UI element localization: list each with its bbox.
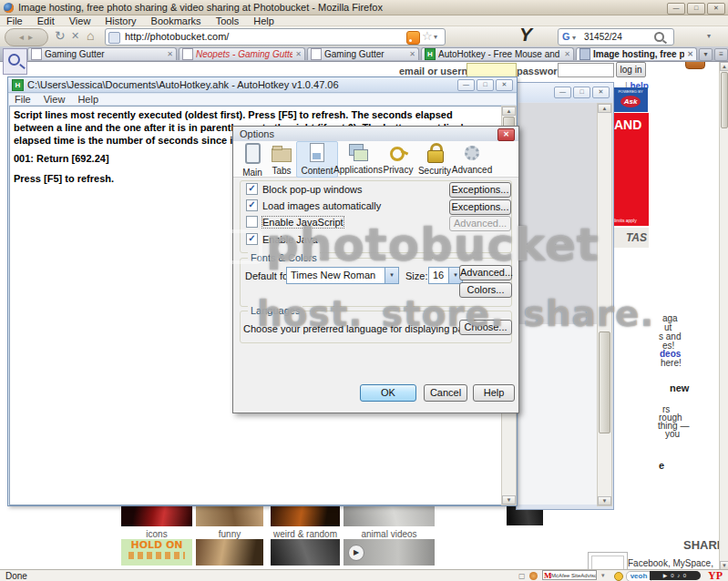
tab-neopets[interactable]: Neopets - Gaming Gutter ✕ (179, 47, 305, 60)
login-button[interactable]: log in (616, 62, 646, 77)
tab-photobucket-active[interactable]: Image hosting, free photo shar... ✕ (576, 47, 697, 60)
bulb-icon[interactable] (614, 572, 623, 581)
colors-button[interactable]: Colors... (459, 282, 512, 298)
google-icon[interactable]: G (562, 31, 570, 42)
category-label[interactable]: animal videos (361, 529, 416, 539)
restore-icon[interactable]: □ (477, 79, 494, 91)
category-label[interactable]: funny (219, 529, 241, 539)
thumbnail-bw[interactable] (271, 539, 340, 566)
globe-icon[interactable] (529, 572, 538, 580)
search-magnifier-icon[interactable] (654, 32, 664, 42)
tab-autohotkey[interactable]: H AutoHotkey - Free Mouse and Ke... ✕ (421, 47, 574, 60)
menu-history[interactable]: History (105, 15, 136, 26)
tab-close-icon[interactable]: ✕ (409, 50, 415, 58)
minimize-icon[interactable]: — (457, 79, 475, 91)
stop-icon[interactable]: ✕ (71, 29, 79, 43)
home-icon[interactable]: ⌂ (87, 29, 94, 43)
minimize-icon[interactable]: — (554, 87, 571, 98)
ok-button[interactable]: OK (360, 384, 416, 402)
options-titlebar[interactable]: Options ✕ (233, 127, 518, 142)
scroll-up-icon[interactable]: ▲ (502, 107, 516, 116)
bookmark-star-icon[interactable]: ☆ (422, 29, 433, 43)
menu-help[interactable]: Help (253, 15, 274, 26)
restore-icon[interactable]: □ (573, 87, 590, 98)
chevron-down-icon[interactable]: ▾ (707, 32, 711, 40)
y-logo-icon[interactable]: Y (519, 24, 532, 46)
cancel-button[interactable]: Cancel (424, 384, 467, 402)
ask-badge[interactable]: POWERED BY Ask (613, 87, 648, 112)
new-tab-icon[interactable]: ▾ (699, 48, 713, 61)
tab-close-icon[interactable]: ✕ (295, 50, 302, 58)
help-button[interactable]: Help (473, 384, 515, 402)
chevron-down-icon[interactable]: ▾ (601, 572, 605, 579)
tab-list-icon[interactable]: ≡ (714, 48, 728, 61)
checkbox-unchecked[interactable] (246, 216, 258, 228)
checkbox-checked[interactable]: ✓ (246, 183, 258, 195)
category-label[interactable]: icons (146, 529, 167, 539)
category-label[interactable]: weird & random (273, 529, 337, 539)
fonts-advanced-button[interactable]: Advanced... (459, 265, 512, 280)
tab-gaming-gutter-2[interactable]: Gaming Gutter ✕ (307, 47, 419, 60)
close-icon[interactable]: ✕ (592, 87, 610, 98)
minimize-icon[interactable]: — (667, 3, 685, 15)
checkbox-label[interactable]: Enable Java (262, 234, 318, 245)
choose-button[interactable]: Choose... (459, 320, 512, 335)
chevron-down-icon[interactable]: ▾ (385, 268, 398, 283)
menu-file[interactable]: File (6, 15, 23, 26)
checkbox-label[interactable]: Enable JavaScript (262, 217, 343, 228)
scroll-down-icon[interactable]: ▼ (502, 495, 516, 505)
chevron-down-icon[interactable]: ▾ (572, 34, 576, 42)
search-box[interactable]: G ▾ 31452/24 (558, 28, 674, 46)
yp-icon[interactable]: YP (708, 569, 723, 581)
search-value[interactable]: 31452/24 (584, 32, 622, 42)
menu-edit[interactable]: Edit (37, 15, 55, 26)
veoh-badge[interactable]: veoh (626, 571, 651, 581)
thumbnail-dog[interactable] (196, 539, 263, 566)
menu-tools[interactable]: Tools (216, 15, 240, 26)
page-scrollbar[interactable]: ▲ ▼ (719, 61, 728, 571)
close-icon[interactable]: ✕ (496, 79, 513, 91)
exceptions-button[interactable]: Exceptions... (449, 182, 511, 198)
exceptions-button[interactable]: Exceptions... (449, 199, 511, 215)
password-input[interactable] (558, 63, 614, 77)
close-icon[interactable]: ✕ (497, 128, 515, 141)
rss-icon[interactable] (406, 31, 420, 45)
tab-close-icon[interactable]: ✕ (167, 50, 173, 58)
menu-bookmarks[interactable]: Bookmarks (151, 15, 201, 26)
tab-close-icon[interactable]: ✕ (564, 50, 570, 58)
autohotkey-titlebar[interactable]: H C:\Users\Jessica\Documents\AutoHotkey.… (8, 77, 517, 93)
mcafee-badge[interactable]: MMcAfee SiteAdvisor (542, 570, 597, 580)
chevron-down-icon[interactable]: ▾ (434, 33, 437, 41)
close-icon[interactable]: ✕ (707, 3, 725, 15)
page-info-icon[interactable]: ▢ (518, 572, 526, 580)
url-bar[interactable]: http://photobucket.com/ ☆ ▾ (105, 28, 446, 46)
restore-icon[interactable]: □ (687, 3, 705, 15)
scroll-up-icon[interactable]: ▲ (720, 62, 728, 71)
play-icon[interactable]: ▶ (348, 545, 364, 561)
font-size-select[interactable]: 16 ▾ (428, 267, 463, 284)
scrollbar-thumb[interactable] (599, 331, 610, 433)
scroll-up-icon[interactable]: ▲ (598, 104, 611, 113)
checkbox-checked[interactable]: ✓ (246, 233, 258, 245)
checkbox-label[interactable]: Load images automatically (262, 200, 381, 211)
reload-icon[interactable]: ↻ (55, 29, 66, 43)
firefox-titlebar[interactable]: Image hosting, free photo sharing & vide… (0, 0, 728, 15)
tab-advanced[interactable]: Advanced (446, 143, 497, 175)
veoh-counters[interactable]: ▶ 0 ♪ 0 (650, 571, 701, 580)
search-sidebar-button[interactable] (3, 48, 27, 75)
email-input[interactable] (467, 63, 517, 77)
scrollbar-thumb[interactable] (721, 72, 728, 128)
checkbox-label[interactable]: Block pop-up windows (262, 184, 362, 195)
default-font-select[interactable]: Times New Roman ▾ (286, 267, 399, 284)
tab-gaming-gutter-1[interactable]: Gaming Gutter ✕ (27, 47, 177, 60)
menu-view[interactable]: View (69, 15, 91, 26)
tab-close-icon[interactable]: ✕ (687, 50, 693, 58)
thumbnail-hold-on[interactable]: HOLD ON (121, 539, 192, 566)
skyscraper-ad[interactable]: AND limits apply (612, 113, 649, 226)
background-window-scrollbar[interactable]: ▲ ▼ (597, 103, 612, 506)
checkbox-checked[interactable]: ✓ (246, 199, 258, 211)
back-forward-buttons[interactable]: ◂ ▸ (5, 28, 48, 46)
url-text[interactable]: http://photobucket.com/ (125, 31, 229, 42)
menu-view[interactable]: View (44, 94, 66, 105)
scroll-down-icon[interactable]: ▼ (598, 496, 611, 505)
